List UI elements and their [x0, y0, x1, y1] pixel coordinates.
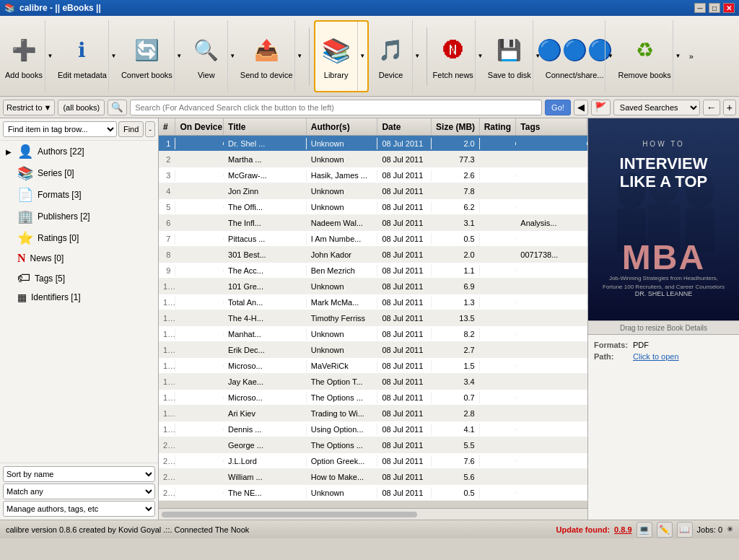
table-row[interactable]: 16Jay Kae...The Option T...08 Jul 20113.… [159, 374, 587, 390]
cell-author: Unknown [307, 344, 378, 356]
table-row[interactable]: 23The NE...Unknown08 Jul 20110.5 [159, 485, 587, 501]
sort-by-select[interactable]: Sort by name [3, 466, 155, 482]
table-row[interactable]: 19Dennis ...Using Option...08 Jul 20114.… [159, 421, 587, 437]
cell-tags [516, 412, 587, 415]
table-row[interactable]: 14Erik Dec...Unknown08 Jul 20112.7 [159, 342, 587, 358]
status-btn-2[interactable]: ✏️ [657, 522, 673, 538]
minimize-button[interactable]: ─ [694, 3, 706, 13]
table-row[interactable]: 22William ...How to Make...08 Jul 20115.… [159, 469, 587, 485]
convert-books-arrow[interactable]: ▼ [174, 20, 184, 92]
col-header-num[interactable]: # [159, 118, 175, 135]
tag-item-authors[interactable]: ▶ 👤 Authors [22] [0, 141, 158, 162]
tag-item-publishers[interactable]: 🏢 Publishers [2] [0, 206, 158, 227]
connect-share-button[interactable]: 🔵🔵🔵 Connect/share... [544, 20, 605, 92]
add-books-button[interactable]: ➕ Add books [3, 20, 45, 92]
tag-minus-button[interactable]: - [145, 121, 155, 137]
table-row[interactable]: 4Jon ZinnUnknown08 Jul 20117.8 [159, 183, 587, 199]
col-header-author[interactable]: Author(s) [307, 118, 378, 135]
col-header-date[interactable]: Date [377, 118, 432, 135]
remove-books-button[interactable]: ♻ Remove books [616, 20, 672, 92]
restrict-to-button[interactable]: Restrict to ▼ [3, 100, 55, 115]
table-row[interactable]: 11Total An...Mark McMa...08 Jul 20111.3 [159, 294, 587, 310]
table-row[interactable]: 1Dr. Shel ...Unknown08 Jul 20112.0 [159, 136, 587, 152]
more-button[interactable]: » [684, 20, 699, 92]
table-row[interactable]: 13Manhat...Unknown08 Jul 20118.2 [159, 326, 587, 342]
table-row[interactable]: 9The Acc...Ben Mezrich08 Jul 20111.1 [159, 263, 587, 279]
tag-expander-ratings[interactable] [4, 234, 13, 242]
path-value[interactable]: Click to open [633, 352, 679, 361]
flag-button[interactable]: 🚩 [591, 100, 611, 115]
col-header-tags[interactable]: Tags [516, 118, 587, 135]
col-header-on-device[interactable]: On Device [175, 118, 224, 135]
drag-resize-handle[interactable]: Drag to resize Book Details [588, 320, 739, 335]
maximize-button[interactable]: □ [709, 3, 720, 13]
device-arrow[interactable]: ▼ [412, 20, 422, 92]
status-btn-3[interactable]: 📖 [677, 522, 693, 538]
tag-expander-identifiers[interactable] [4, 293, 13, 302]
tag-item-tags[interactable]: 🏷 Tags [5] [0, 268, 158, 289]
tag-label-ratings: Ratings [0] [38, 233, 79, 243]
library-button[interactable]: 📚 Library [315, 22, 357, 91]
go-button[interactable]: Go! [545, 100, 571, 115]
tag-item-ratings[interactable]: ⭐ Ratings [0] [0, 227, 158, 249]
view-arrow[interactable]: ▼ [227, 20, 237, 92]
cell-title: Dr. Shel ... [224, 138, 307, 149]
device-button[interactable]: 🎵 Device [370, 20, 412, 92]
table-row[interactable]: 15Microso...MaVeRiCk08 Jul 20111.5 [159, 358, 587, 374]
table-row[interactable]: 7Pittacus ...I Am Numbe...08 Jul 20110.5 [159, 231, 587, 247]
search-input[interactable] [130, 100, 542, 115]
fetch-news-arrow[interactable]: ▼ [475, 20, 485, 92]
tag-expander-authors[interactable]: ▶ [4, 147, 13, 156]
row-num: 13 [159, 328, 175, 340]
tag-item-identifiers[interactable]: ▦ Identifiers [1] [0, 289, 158, 306]
tag-item-news[interactable]: N News [0] [0, 249, 158, 268]
tag-expander-formats[interactable] [4, 191, 13, 199]
close-button[interactable]: ✕ [723, 3, 735, 13]
table-row[interactable]: 5The Offi...Unknown08 Jul 20116.2 [159, 199, 587, 215]
table-row[interactable]: 2Martha ...Unknown08 Jul 201177.3 [159, 152, 587, 167]
table-row[interactable]: 6The Infl...Nadeem Wal...08 Jul 20113.1A… [159, 215, 587, 231]
tag-find-button[interactable]: Find [118, 121, 144, 137]
table-row[interactable]: 17Microso...The Options ...08 Jul 20110.… [159, 390, 587, 406]
convert-books-button[interactable]: 🔄 Convert books [120, 20, 174, 92]
add-books-arrow[interactable]: ▼ [45, 20, 55, 92]
tag-search-select[interactable]: Find item in tag brow... [3, 121, 117, 137]
connect-share-arrow[interactable]: ▼ [605, 20, 615, 92]
prev-search-button[interactable]: ◀ [574, 100, 588, 115]
save-to-disk-button[interactable]: 💾 Save to disk [486, 20, 533, 92]
save-search-button[interactable]: ← [703, 100, 720, 115]
view-button[interactable]: 🔍 View [185, 20, 227, 92]
table-row[interactable]: 18Ari KievTrading to Wi...08 Jul 20112.8 [159, 406, 587, 421]
col-header-size[interactable]: Size (MB) [432, 118, 480, 135]
tag-item-series[interactable]: 📚 Series [0] [0, 162, 158, 184]
edit-metadata-arrow[interactable]: ▼ [108, 20, 118, 92]
manage-select[interactable]: Manage authors, tags, etc [3, 501, 155, 517]
tag-expander-publishers[interactable] [4, 212, 13, 221]
library-arrow[interactable]: ▼ [357, 22, 367, 91]
fetch-news-button[interactable]: 🅝 Fetch news [432, 20, 475, 92]
tag-item-formats[interactable]: 📄 Formats [3] [0, 184, 158, 206]
all-books-button[interactable]: (all books) [58, 100, 105, 115]
add-saved-search-button[interactable]: + [723, 100, 736, 115]
match-select[interactable]: Match any [3, 484, 155, 499]
send-to-device-arrow[interactable]: ▼ [294, 20, 305, 92]
col-header-rating[interactable]: Rating [480, 118, 517, 135]
update-version[interactable]: 0.8.9 [614, 525, 631, 534]
table-row[interactable]: 3McGraw-...Hasik, James ...08 Jul 20112.… [159, 167, 587, 183]
tag-expander-series[interactable] [4, 169, 13, 178]
table-row[interactable]: 10101 Gre...Unknown08 Jul 20116.9 [159, 279, 587, 294]
table-row[interactable]: 21J.L.LordOption Greek...08 Jul 20117.6 [159, 453, 587, 469]
horizontal-scrollbar[interactable] [159, 508, 587, 520]
send-to-device-button[interactable]: 📤 Send to device [239, 20, 294, 92]
table-row[interactable]: 20George ...The Options ...08 Jul 20115.… [159, 437, 587, 453]
saved-searches-select[interactable]: Saved Searches [613, 100, 700, 115]
table-row[interactable]: 12The 4-H...Timothy Ferriss08 Jul 201113… [159, 310, 587, 326]
col-header-title[interactable]: Title [224, 118, 307, 135]
tag-expander-news[interactable] [4, 254, 13, 263]
edit-metadata-button[interactable]: ℹ Edit metadata [56, 20, 108, 92]
status-btn-1[interactable]: 💻 [637, 522, 652, 538]
tag-expander-tags[interactable] [4, 274, 13, 283]
remove-books-arrow[interactable]: ▼ [673, 20, 683, 92]
advanced-search-button[interactable]: 🔍 [108, 100, 127, 115]
table-row[interactable]: 8301 Best...John Kador08 Jul 20112.00071… [159, 247, 587, 263]
